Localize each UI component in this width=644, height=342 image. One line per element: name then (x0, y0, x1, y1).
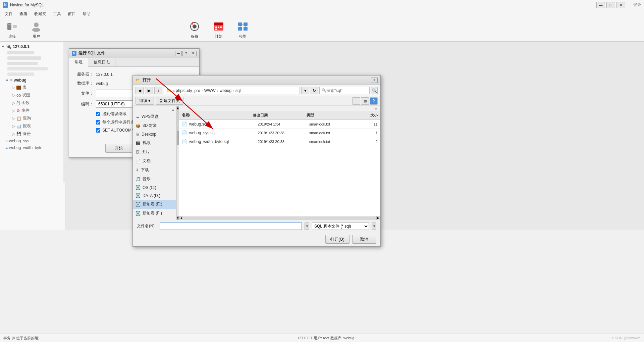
open-button[interactable]: 打开(O) (325, 235, 350, 244)
up-button[interactable]: ↑ (154, 87, 162, 94)
detail-view-button[interactable]: ▤ (361, 97, 369, 105)
sidebar-webug[interactable]: ▼ ≡ webug (0, 77, 65, 84)
path-www[interactable]: WWW (204, 88, 216, 93)
toolbar-plan[interactable]: 计划 (210, 19, 227, 40)
file-name-input[interactable] (160, 223, 302, 230)
back-button[interactable]: ◀ (136, 87, 144, 94)
file-list-collapse[interactable]: ▲ (374, 106, 378, 110)
file-date-3: 2019/1/23 20:38 (258, 140, 309, 144)
toolbar-backup[interactable]: 备份 (186, 19, 203, 40)
sidebar-3d[interactable]: 📦 3D 对象 (133, 121, 176, 130)
file-type-select[interactable]: SQL 脚本文件 (*.sql) 所有文件 (*.*) (312, 223, 369, 230)
sidebar-f-drive[interactable]: 💽 新加卷 (F:) (133, 209, 176, 218)
sidebar-item-4[interactable] (0, 66, 65, 71)
horizontal-scrollbar[interactable]: ◀ ▶ (179, 216, 380, 220)
sidebar-picture[interactable]: 🖼 图片 (133, 147, 176, 156)
continue-error-checkbox[interactable] (96, 112, 100, 116)
menu-window[interactable]: 窗口 (64, 10, 79, 17)
help-button[interactable]: ? (370, 97, 378, 105)
toolbar-connect[interactable]: 连接 (3, 19, 21, 40)
list-view-button[interactable]: ☰ (352, 97, 360, 105)
path-bar: 📁 « phpstudy_pro › WWW › webug › sql (164, 87, 300, 94)
new-folder-button[interactable]: 新建文件夹 (156, 97, 183, 105)
sidebar-c-drive[interactable]: 💽 OS (C:) (133, 184, 176, 192)
minimize-button[interactable]: — (596, 2, 605, 8)
path-sql[interactable]: sql (235, 88, 240, 93)
run-sql-maximize[interactable]: □ (182, 51, 189, 56)
run-sql-close[interactable]: × (190, 51, 197, 56)
path-webug[interactable]: webug (220, 88, 231, 93)
sidebar-desktop[interactable]: 🖥 Desktop (133, 130, 176, 138)
organize-button[interactable]: 组织 ▾ (136, 97, 154, 105)
file-type-dropdown-btn2[interactable]: ▾ (372, 223, 376, 230)
file-icon-3: 📄 (182, 139, 187, 144)
sidebar-music[interactable]: 🎵 音乐 (133, 175, 176, 184)
col-size[interactable]: 大小 (360, 113, 378, 118)
webug-name: webug (14, 78, 26, 83)
sidebar-item-2[interactable] (0, 55, 65, 61)
file-type-dropdown-btn[interactable]: ▾ (305, 223, 309, 230)
run-sql-controls: — □ × (175, 51, 197, 56)
path-dropdown[interactable]: ▾ (301, 87, 309, 94)
sidebar-functions[interactable]: ▷ f() 函数 (0, 99, 65, 107)
search-button[interactable]: 🔍 (371, 87, 378, 94)
sidebar-item-3[interactable] (0, 61, 65, 66)
tab-log[interactable]: 信息日志 (88, 58, 115, 66)
sidebar-views[interactable]: ▷ oo 视图 (0, 91, 65, 99)
col-name[interactable]: 名称 (182, 112, 253, 118)
sidebar-doc[interactable]: 📄 文档 (133, 156, 176, 165)
each-run-checkbox[interactable] (96, 120, 100, 125)
forward-button[interactable]: ▶ (145, 87, 153, 94)
sidebar-video[interactable]: 🎬 视频 (133, 138, 176, 147)
menu-tools[interactable]: 工具 (50, 10, 64, 17)
db-icon: ≡ (10, 78, 12, 83)
sidebar-webug-width[interactable]: ≡ webug_width_byte (0, 144, 65, 151)
cancel-button[interactable]: 取消 (352, 235, 376, 244)
scroll-left[interactable]: ◀ (179, 216, 183, 220)
file-row-2[interactable]: 📄 webug_sys.sql 2019/1/23 20:38 smartloo… (179, 129, 380, 137)
maximize-button[interactable]: □ (606, 2, 615, 8)
toolbar-model[interactable]: 模型 (234, 19, 252, 40)
sidebar-queries[interactable]: ▷ 📋 查询 (0, 114, 65, 122)
file-dialog-close[interactable]: × (371, 78, 378, 83)
sidebar-item-1[interactable] (0, 50, 65, 55)
menu-help[interactable]: 帮助 (79, 10, 94, 17)
video-icon: 🎬 (136, 141, 141, 145)
sidebar-scrollbar[interactable]: ▲ ▼ (176, 106, 179, 220)
autocommit-checkbox[interactable] (96, 128, 100, 133)
close-button[interactable]: × (616, 2, 625, 8)
run-sql-minimize[interactable]: — (175, 51, 182, 56)
sidebar-item-5[interactable] (0, 71, 65, 77)
expand-icon6: ▷ (12, 124, 15, 129)
sidebar-tables[interactable]: ▷ 表 (0, 84, 65, 91)
col-date[interactable]: 修改日期 (253, 113, 306, 118)
sidebar-webug-sys[interactable]: ≡ webug_sys (0, 138, 65, 144)
sidebar-d-drive[interactable]: 💽 DATA (D:) (133, 192, 176, 200)
sidebar-download[interactable]: ⬇ 下载 (133, 165, 176, 175)
file-row-1[interactable]: 📄 webug.sql 2019/2/4 1:34 smartlook.txt … (179, 120, 380, 129)
refresh-button[interactable]: ↻ (311, 87, 318, 94)
tab-general[interactable]: 常规 (69, 58, 88, 67)
file-row-3[interactable]: 📄 webug_width_byte.sql 2019/1/23 20:38 s… (179, 137, 380, 146)
login-button[interactable]: 登录 (633, 2, 641, 8)
menu-favorites[interactable]: 收藏夹 (31, 10, 50, 17)
col-type[interactable]: 类型 (307, 113, 360, 118)
scroll-right[interactable]: ▶ (376, 216, 380, 220)
scroll-track[interactable] (183, 216, 376, 220)
start-button[interactable]: 开始 (105, 144, 132, 153)
user-icon (30, 20, 42, 33)
sidebar-collapse[interactable]: ▲ (171, 108, 175, 111)
sidebar-reports[interactable]: ▷ 📊 报表 (0, 122, 65, 130)
sidebar-backup[interactable]: ▷ 💾 备份 (0, 130, 65, 138)
sidebar-server[interactable]: ▼ 🔌 127.0.0.1 (0, 43, 65, 50)
menu-view[interactable]: 查看 (16, 10, 31, 17)
file-size-1: 11 (361, 122, 378, 126)
sidebar-wps[interactable]: ☁ WPS网盘 (133, 112, 176, 121)
search-input[interactable] (326, 88, 363, 93)
path-phpstudy[interactable]: « phpstudy_pro (172, 88, 200, 93)
run-sql-title-left: N 运行 SQL 文件 (72, 50, 105, 56)
menu-file[interactable]: 文件 (1, 10, 16, 17)
toolbar-user[interactable]: 用户 (28, 19, 45, 40)
sidebar-e-drive[interactable]: 💽 新加卷 (E:) (133, 200, 176, 209)
sidebar-events[interactable]: ▷ ⚙ 事件 (0, 107, 65, 114)
